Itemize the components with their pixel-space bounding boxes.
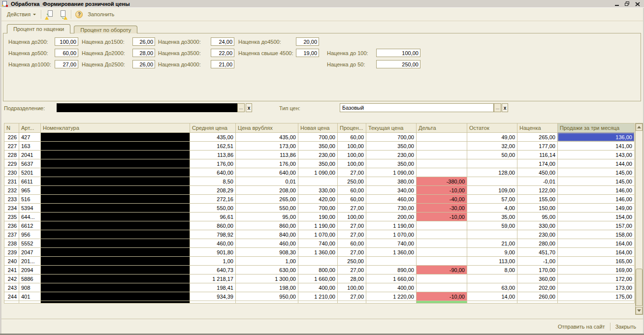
markup-field-input-6[interactable] <box>211 37 234 46</box>
cell-avg[interactable]: 208,29 <box>190 186 236 195</box>
cell-avg[interactable] <box>190 301 236 304</box>
cell-delta[interactable]: -90,00 <box>417 266 467 274</box>
restore-window-button[interactable] <box>623 0 631 7</box>
cell-stock[interactable]: 32,00 <box>467 142 517 151</box>
cell-pct[interactable]: 27,00 <box>338 248 366 257</box>
cell-delta[interactable] <box>417 168 467 177</box>
cell-n[interactable]: 226 <box>4 133 19 142</box>
cell-n[interactable]: 240 <box>4 257 19 266</box>
cell-sales[interactable]: 145,00 <box>558 168 635 177</box>
markup-field-input-7[interactable] <box>211 49 234 57</box>
markup-field-input-4[interactable] <box>132 49 155 57</box>
cell-art[interactable]: 2041 <box>19 151 41 159</box>
column-header-1[interactable]: Арт... <box>19 123 41 133</box>
cell-cur[interactable]: 230,00 <box>366 151 417 159</box>
cell-pct[interactable]: 27,00 <box>338 266 366 274</box>
cell-sales[interactable]: 145,00 <box>558 177 635 186</box>
cell-stock[interactable]: 50,00 <box>467 151 517 159</box>
cell-pct[interactable]: 28,00 <box>338 274 366 283</box>
scroll-down-button[interactable] <box>636 307 643 314</box>
cell-stock[interactable]: 59,00 <box>467 221 517 230</box>
cell-avg[interactable]: 435,00 <box>190 133 236 142</box>
send-to-site-button[interactable]: Отправить на сайт <box>554 322 609 331</box>
cell-sales[interactable] <box>558 301 635 304</box>
cell-stock[interactable] <box>467 230 517 239</box>
column-header-0[interactable]: N <box>4 123 19 133</box>
cell-sales[interactable]: 173,00 <box>558 283 635 292</box>
cell-delta[interactable] <box>417 274 467 283</box>
cell-rub[interactable]: 908,30 <box>236 248 298 257</box>
cell-cur[interactable]: 890,00 <box>366 266 417 274</box>
cell-pct[interactable]: 250,00 <box>338 177 366 186</box>
cell-markup[interactable]: 230,00 <box>517 230 558 239</box>
markup-field-input-2[interactable] <box>55 60 78 68</box>
cell-avg[interactable]: 798,92 <box>190 230 236 239</box>
cell-rub[interactable]: 640,00 <box>236 168 298 177</box>
cell-stock[interactable]: 113,00 <box>467 257 517 266</box>
cell-n[interactable]: 241 <box>4 266 19 274</box>
cell-cur[interactable]: 1 660,00 <box>366 274 417 283</box>
cell-n[interactable] <box>4 301 19 304</box>
cell-cur[interactable]: 1 090,00 <box>366 168 417 177</box>
cell-avg[interactable]: 8,50 <box>190 177 236 186</box>
cell-pct[interactable]: 27,00 <box>338 230 366 239</box>
cell-markup[interactable]: 265,00 <box>517 133 558 142</box>
actions-menu-button[interactable]: Действия <box>4 10 39 19</box>
cell-n[interactable]: 233 <box>4 195 19 204</box>
cell-n[interactable]: 235 <box>4 213 19 221</box>
cell-cur[interactable]: 200,00 <box>366 213 417 221</box>
cell-cur[interactable]: 340,00 <box>366 186 417 195</box>
cell-n[interactable]: 232 <box>4 186 19 195</box>
column-header-11[interactable]: Продажи за три месяца <box>558 123 635 133</box>
cell-markup[interactable]: 155,00 <box>517 195 558 204</box>
cell-stock[interactable]: 8,00 <box>467 266 517 274</box>
close-window-button[interactable] <box>634 0 641 7</box>
cell-avg[interactable]: 162,51 <box>190 142 236 151</box>
cell-stock[interactable]: 63,00 <box>467 283 517 292</box>
cell-cur[interactable] <box>366 301 417 304</box>
redacted-nomenclature-cell[interactable] <box>41 168 190 177</box>
cell-markup[interactable]: 360,00 <box>517 274 558 283</box>
cell-stock[interactable]: 35,00 <box>467 213 517 221</box>
cell-newp[interactable]: 400,00 <box>298 283 338 292</box>
cell-markup[interactable]: 122,00 <box>517 186 558 195</box>
column-header-5[interactable]: Новая цена <box>298 123 338 133</box>
price-type-ellipsis-button[interactable]: ... <box>494 103 501 112</box>
cell-delta[interactable] <box>417 133 467 142</box>
cell-art[interactable]: 5394 <box>19 204 41 213</box>
cell-markup[interactable]: 174,00 <box>517 159 558 168</box>
cell-sales[interactable]: 154,00 <box>558 213 635 221</box>
cell-newp[interactable]: 190,00 <box>298 213 338 221</box>
cell-sales[interactable]: 146,00 <box>558 186 635 195</box>
tab-percent-turnover[interactable]: Процент по обороту <box>74 26 137 33</box>
cell-stock[interactable]: 57,00 <box>467 195 517 204</box>
cell-n[interactable]: 230 <box>4 168 19 177</box>
cell-art[interactable] <box>19 301 41 304</box>
department-ellipsis-button[interactable]: ... <box>237 103 245 112</box>
cell-sales[interactable]: 146,00 <box>558 195 635 204</box>
cell-markup[interactable]: 202,00 <box>517 283 558 292</box>
cell-art[interactable]: 965 <box>19 186 41 195</box>
redacted-nomenclature-cell[interactable] <box>41 248 190 257</box>
redacted-nomenclature-cell[interactable] <box>41 239 190 248</box>
cell-markup[interactable]: 280,00 <box>517 239 558 248</box>
cell-avg[interactable]: 640,73 <box>190 266 236 274</box>
cell-pct[interactable]: 60,00 <box>338 186 366 195</box>
cell-delta[interactable]: -10,00 <box>417 213 467 221</box>
cell-newp[interactable]: 1 210,00 <box>298 292 338 301</box>
redacted-nomenclature-cell[interactable] <box>41 186 190 195</box>
cell-art[interactable]: 6612 <box>19 221 41 230</box>
markup-field-input-12[interactable] <box>376 60 420 68</box>
cell-newp[interactable]: 350,00 <box>298 142 338 151</box>
cell-sales[interactable]: 164,00 <box>558 239 635 248</box>
tab-percent-markup[interactable]: Процент по наценки <box>7 24 70 33</box>
cell-newp[interactable]: 230,00 <box>298 151 338 159</box>
price-type-field[interactable] <box>340 103 494 112</box>
cell-rub[interactable]: 1 300,00 <box>236 274 298 283</box>
cell-cur[interactable]: 1 220,00 <box>366 292 417 301</box>
cell-stock[interactable] <box>467 177 517 186</box>
redacted-nomenclature-cell[interactable] <box>41 221 190 230</box>
cell-markup[interactable]: 330,00 <box>517 221 558 230</box>
column-header-10[interactable]: Наценка <box>517 123 558 133</box>
cell-avg[interactable]: 860,00 <box>190 221 236 230</box>
